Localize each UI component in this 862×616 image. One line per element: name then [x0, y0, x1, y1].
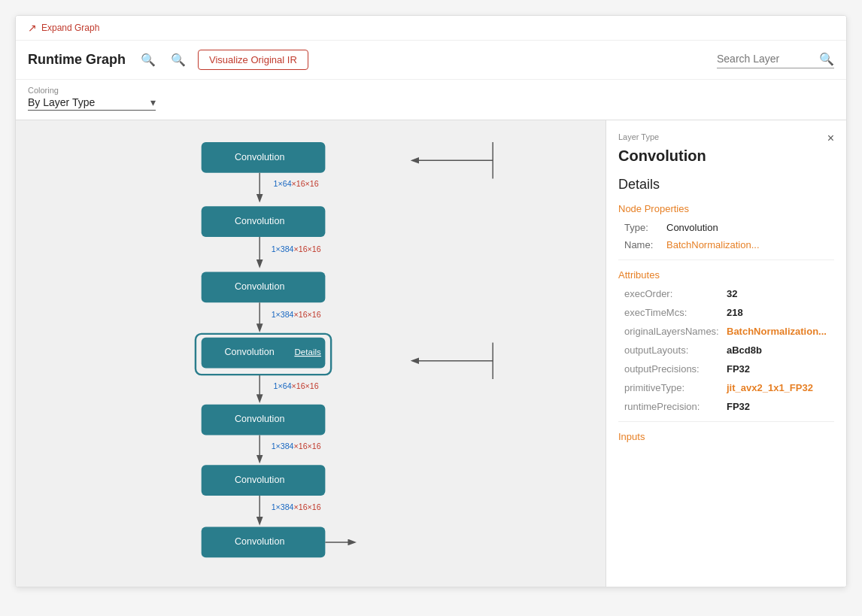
detail-section-title: Details — [618, 177, 834, 193]
edge-label-5: 1×384×16×16 — [272, 442, 321, 451]
detail-panel-header: Layer Type × — [618, 132, 834, 144]
edge-label-6: 1×384×16×16 — [272, 502, 321, 511]
attr-value: FP32 — [727, 363, 750, 375]
conv-node-3-label: Convolution — [235, 281, 284, 292]
attr-key: primitiveType: — [624, 382, 722, 393]
attr-key: runtimePrecision: — [624, 401, 722, 412]
expand-icon: ↗ — [28, 22, 37, 34]
name-row: Name: BatchNormalization... — [618, 239, 834, 250]
conv-node-5-label: Convolution — [235, 414, 284, 424]
inputs-title: Inputs — [618, 431, 834, 442]
conv-node-7-label: Convolution — [235, 536, 284, 547]
attr-value: 218 — [727, 307, 743, 318]
search-layer-input[interactable] — [717, 53, 815, 65]
type-value: Convolution — [666, 222, 718, 233]
top-bar: ↗ Expand Graph — [16, 16, 846, 41]
attr-value: aBcd8b — [727, 344, 762, 356]
attribute-row: execOrder:32 — [618, 288, 834, 299]
attr-key: outputLayouts: — [624, 344, 722, 356]
attr-value: FP32 — [727, 401, 750, 412]
search-layer-field: 🔍 — [717, 52, 834, 68]
attribute-row: outputLayouts:aBcd8b — [618, 344, 834, 356]
conv-node-4-details-link[interactable]: Details — [294, 347, 321, 357]
conv-node-2-label: Convolution — [235, 216, 284, 226]
attr-value: 32 — [727, 288, 737, 299]
edge-label-4: 1×64×16×16 — [274, 381, 319, 390]
node-properties-title: Node Properties — [618, 203, 834, 214]
attr-value: BatchNormalization... — [727, 326, 827, 337]
attr-key: originalLayersNames: — [624, 326, 722, 337]
attr-key: execTimeMcs: — [624, 307, 722, 318]
zoom-in-button[interactable]: 🔍 — [138, 51, 159, 68]
search-icon: 🔍 — [819, 52, 834, 66]
main-window: ↗ Expand Graph Runtime Graph 🔍 🔍 Visuali… — [15, 15, 847, 587]
coloring-selected-value: By Layer Type — [28, 96, 150, 108]
zoom-in-icon: 🔍 — [141, 53, 156, 66]
type-row: Type: Convolution — [618, 222, 834, 233]
attribute-row: execTimeMcs:218 — [618, 307, 834, 318]
attribute-row: outputPrecisions:FP32 — [618, 363, 834, 375]
detail-panel: Layer Type × Convolution Details Node Pr… — [606, 120, 846, 587]
conv-node-1-label: Convolution — [235, 152, 284, 162]
coloring-row: Coloring By Layer Type ▾ — [16, 80, 846, 120]
zoom-out-button[interactable]: 🔍 — [168, 51, 189, 68]
divider-2 — [618, 421, 834, 422]
zoom-out-icon: 🔍 — [171, 53, 186, 66]
attr-key: outputPrecisions: — [624, 363, 722, 375]
divider-1 — [618, 259, 834, 260]
attributes-container: execOrder:32execTimeMcs:218originalLayer… — [618, 288, 834, 412]
attr-value: jit_avx2_1x1_FP32 — [727, 382, 813, 393]
edge-label-3: 1×384×16×16 — [272, 310, 321, 319]
edge-label-2: 1×384×16×16 — [272, 244, 321, 253]
header-row: Runtime Graph 🔍 🔍 Visualize Original IR … — [16, 41, 846, 80]
coloring-select[interactable]: By Layer Type ▾ — [28, 96, 156, 111]
conv-node-6-label: Convolution — [235, 475, 284, 485]
type-label: Type: — [624, 222, 662, 233]
page-title: Runtime Graph — [28, 52, 126, 68]
coloring-label: Coloring — [28, 86, 834, 95]
expand-graph-button[interactable]: ↗ Expand Graph — [28, 22, 99, 34]
name-value: BatchNormalization... — [666, 239, 760, 250]
detail-layer-name: Convolution — [618, 147, 834, 165]
expand-graph-label: Expand Graph — [41, 23, 99, 33]
name-label: Name: — [624, 239, 662, 250]
visualize-original-ir-button[interactable]: Visualize Original IR — [198, 50, 308, 70]
attributes-title: Attributes — [618, 269, 834, 281]
graph-svg: Convolution 1×64×16×16 Convolution 1×384… — [16, 120, 606, 587]
graph-area[interactable]: Convolution 1×64×16×16 Convolution 1×384… — [16, 120, 606, 587]
detail-close-button[interactable]: × — [827, 132, 834, 144]
attribute-row: originalLayersNames:BatchNormalization..… — [618, 326, 834, 337]
detail-layer-type-label: Layer Type — [618, 132, 659, 141]
attribute-row: runtimePrecision:FP32 — [618, 401, 834, 412]
edge-label-1: 1×64×16×16 — [274, 179, 319, 188]
attr-key: execOrder: — [624, 288, 722, 299]
attribute-row: primitiveType:jit_avx2_1x1_FP32 — [618, 382, 834, 393]
conv-node-4-label: Convolution — [224, 347, 274, 357]
chevron-down-icon: ▾ — [150, 96, 156, 108]
main-content: Convolution 1×64×16×16 Convolution 1×384… — [16, 120, 846, 587]
